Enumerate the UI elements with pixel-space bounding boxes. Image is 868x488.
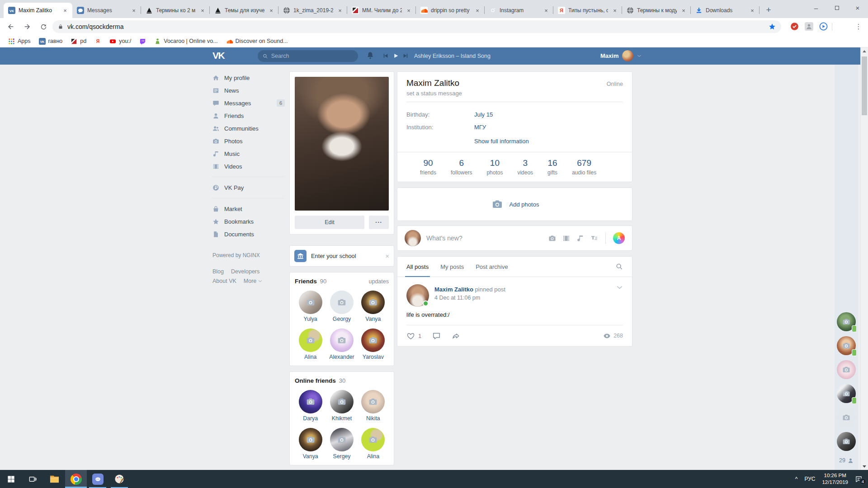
friends-updates-link[interactable]: updates bbox=[369, 278, 389, 285]
add-photos-label[interactable]: Add photos bbox=[509, 201, 539, 208]
new-tab-button[interactable] bbox=[762, 4, 775, 16]
friend-item[interactable]: Vanya bbox=[358, 291, 389, 322]
search-input[interactable] bbox=[271, 53, 353, 59]
page-scrollbar[interactable] bbox=[860, 47, 868, 470]
friend-avatar[interactable] bbox=[299, 328, 322, 352]
now-playing-track[interactable]: Ashley Eriksson – Island Song bbox=[414, 53, 491, 59]
sidebar-item[interactable]: News bbox=[212, 84, 285, 97]
chrome-icon[interactable] bbox=[65, 470, 87, 488]
notifications-bell-icon[interactable] bbox=[366, 52, 374, 60]
browser-tab[interactable]: Темы для изуче bbox=[210, 3, 278, 18]
tab-close-icon[interactable] bbox=[405, 7, 412, 14]
enter-school-text[interactable]: Enter your school bbox=[311, 253, 356, 259]
online-count[interactable]: 29 bbox=[839, 457, 854, 464]
tray-expand-chevron[interactable]: ^ bbox=[795, 476, 798, 482]
strip-friend-avatar[interactable] bbox=[837, 360, 856, 379]
tab-close-icon[interactable] bbox=[680, 7, 687, 14]
comment-button[interactable] bbox=[432, 332, 441, 340]
action-center-icon[interactable]: 4 bbox=[855, 475, 863, 483]
bookmark-item[interactable] bbox=[91, 36, 105, 46]
online-friends-title[interactable]: Online friends bbox=[295, 377, 336, 384]
friend-name[interactable]: Alina bbox=[304, 354, 316, 360]
friend-item[interactable]: Georgy bbox=[326, 291, 357, 322]
address-bar[interactable]: vk.com/qsockderma bbox=[52, 20, 781, 33]
footer-link[interactable]: About VK bbox=[212, 278, 236, 284]
friend-item[interactable]: Vanya bbox=[295, 428, 326, 460]
friend-avatar[interactable] bbox=[330, 328, 354, 352]
task-view-button[interactable] bbox=[22, 470, 43, 488]
extension-icon-red[interactable] bbox=[790, 22, 799, 31]
browser-menu-button[interactable]: ⋮ bbox=[853, 20, 864, 33]
sidebar-item[interactable]: Friends bbox=[212, 109, 285, 122]
discord-icon[interactable] bbox=[87, 470, 108, 488]
strip-friend-avatar[interactable] bbox=[837, 408, 856, 427]
friend-avatar[interactable] bbox=[299, 390, 322, 413]
friend-avatar[interactable] bbox=[361, 328, 385, 352]
header-user-menu[interactable]: Maxim bbox=[600, 50, 642, 61]
sidebar-item[interactable]: Documents bbox=[212, 228, 285, 240]
post-date[interactable]: 4 Dec at 11:06 pm bbox=[434, 295, 505, 301]
friend-item[interactable]: Darya bbox=[295, 390, 326, 422]
info-value-link[interactable]: МГУ bbox=[474, 124, 486, 131]
profile-more-button[interactable]: ··· bbox=[369, 216, 389, 229]
like-button[interactable]: 1 bbox=[406, 332, 421, 340]
bookmark-item[interactable]: you:/ bbox=[106, 36, 135, 46]
post-author-avatar[interactable] bbox=[406, 284, 429, 307]
friend-avatar[interactable] bbox=[299, 428, 322, 451]
sidebar-item[interactable]: Videos bbox=[212, 160, 285, 173]
tab-close-icon[interactable] bbox=[199, 7, 206, 14]
back-button[interactable] bbox=[5, 20, 17, 33]
friends-title[interactable]: Friends bbox=[295, 278, 317, 285]
friend-name[interactable]: Alexander bbox=[329, 354, 354, 360]
browser-tab[interactable]: Messages bbox=[72, 3, 141, 18]
friend-item[interactable]: Khikmet bbox=[326, 390, 357, 422]
friend-name[interactable]: Georgy bbox=[333, 316, 351, 322]
wall-search-icon[interactable] bbox=[616, 263, 623, 270]
friend-name[interactable]: Yaroslav bbox=[363, 354, 384, 360]
bookmark-star-icon[interactable] bbox=[769, 23, 776, 30]
forward-button[interactable] bbox=[21, 20, 33, 33]
scrollbar-thumb[interactable] bbox=[862, 56, 867, 115]
friend-avatar[interactable] bbox=[330, 428, 354, 451]
bookmark-item[interactable]: pd bbox=[67, 36, 90, 46]
profile-counter[interactable]: 3 videos bbox=[517, 158, 533, 176]
browser-tab[interactable]: Instagram bbox=[485, 3, 553, 18]
bookmark-item[interactable] bbox=[136, 36, 150, 46]
browser-tab[interactable]: Термины ко 2 м bbox=[141, 3, 210, 18]
scroll-down-arrow[interactable] bbox=[861, 463, 868, 470]
post-composer[interactable]: What's new? A bbox=[397, 225, 632, 251]
composer-attachment-icon[interactable] bbox=[590, 235, 598, 242]
sidebar-item[interactable]: Market bbox=[212, 202, 285, 215]
start-button[interactable] bbox=[0, 470, 22, 488]
friend-avatar[interactable] bbox=[361, 428, 385, 451]
player-previous-button[interactable] bbox=[382, 53, 388, 59]
browser-tab[interactable]: 1k_zima_2019-20 bbox=[278, 3, 347, 18]
address-bar-url[interactable]: vk.com/qsockderma bbox=[67, 23, 123, 30]
friend-item[interactable]: Yulya bbox=[295, 291, 326, 322]
player-play-button[interactable] bbox=[393, 53, 399, 59]
sidebar-item[interactable]: Photos bbox=[212, 135, 285, 147]
window-minimize-button[interactable]: – bbox=[806, 0, 826, 15]
browser-tab[interactable]: ММ. Чилим до 2 bbox=[347, 3, 416, 18]
padlock-icon[interactable] bbox=[58, 24, 63, 29]
tab-close-icon[interactable] bbox=[268, 7, 275, 14]
add-photos-card[interactable]: Add photos bbox=[397, 188, 632, 221]
bookmark-item[interactable]: Discover on Sound... bbox=[222, 36, 292, 46]
friend-name[interactable]: Alina bbox=[367, 453, 379, 460]
friend-item[interactable]: Sergey bbox=[326, 428, 357, 460]
bookmark-item[interactable]: Apps bbox=[5, 36, 34, 46]
friend-item[interactable]: Nikita bbox=[358, 390, 389, 422]
sidebar-item[interactable]: VK Pay bbox=[212, 181, 285, 194]
browser-tab[interactable]: Термины к моду bbox=[622, 3, 691, 18]
bookmark-item[interactable]: Vocaroo | Online vo... bbox=[151, 36, 221, 46]
profile-counter[interactable]: 10 photos bbox=[486, 158, 503, 176]
vk-logo[interactable]: VK bbox=[212, 50, 224, 61]
feed-tab[interactable]: My posts bbox=[440, 257, 464, 277]
tab-close-icon[interactable] bbox=[336, 7, 344, 14]
friend-avatar[interactable] bbox=[299, 291, 322, 314]
sidebar-item[interactable]: Messages 6 bbox=[212, 97, 285, 109]
language-indicator[interactable]: РУС bbox=[804, 476, 815, 482]
strip-friend-avatar[interactable] bbox=[837, 384, 856, 403]
window-close-button[interactable]: × bbox=[847, 0, 868, 15]
feed-tab[interactable]: Post archive bbox=[476, 257, 508, 277]
